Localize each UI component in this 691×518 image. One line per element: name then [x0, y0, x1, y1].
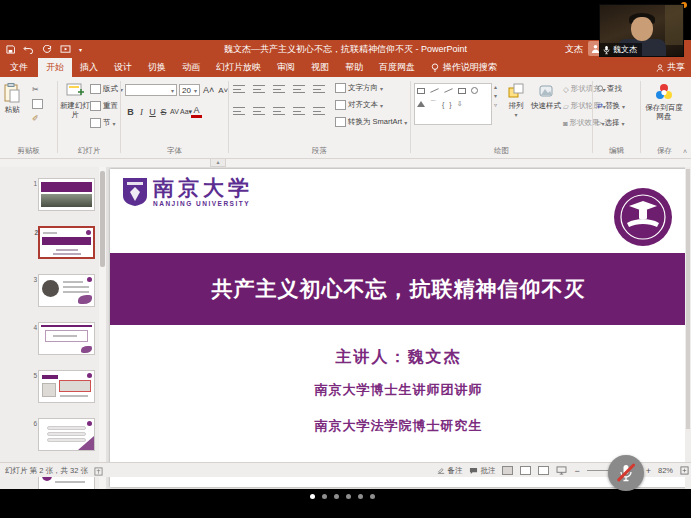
page-dot[interactable]: [358, 494, 363, 499]
align-right-icon[interactable]: [273, 107, 285, 115]
zoom-in-button[interactable]: +: [646, 466, 651, 476]
tab-design[interactable]: 设计: [106, 58, 140, 77]
font-color-icon[interactable]: A: [191, 105, 202, 118]
shape-arrow-down-icon[interactable]: ⇩: [457, 100, 463, 108]
tab-home[interactable]: 开始: [38, 58, 72, 77]
shape-rectangle-icon[interactable]: [458, 88, 466, 94]
line-spacing-icon[interactable]: [313, 85, 325, 93]
shape-brace-right-icon[interactable]: }: [449, 101, 451, 108]
slide-title-banner[interactable]: 共产主义初心不忘，抗联精神信仰不灭: [110, 253, 687, 325]
shape-brace-left-icon[interactable]: {: [442, 101, 444, 108]
columns-icon[interactable]: [313, 107, 325, 115]
floating-mic-muted-button[interactable]: [608, 455, 644, 491]
italic-button[interactable]: I: [136, 107, 147, 117]
account-name[interactable]: 文杰: [565, 43, 583, 56]
slide-thumbnail-panel[interactable]: 1 2 3 4: [0, 167, 99, 489]
page-dot[interactable]: [334, 494, 339, 499]
tell-me-search[interactable]: 操作说明搜索: [423, 58, 505, 77]
fit-to-window-icon[interactable]: [680, 466, 689, 475]
save-to-baidu-pan-button[interactable]: 保存到百度网盘: [645, 83, 683, 121]
speaker-line[interactable]: 主讲人：魏文杰: [110, 347, 687, 368]
tab-view[interactable]: 视图: [303, 58, 337, 77]
page-dot-active[interactable]: [310, 494, 315, 499]
shape-arrow-icon[interactable]: [444, 88, 453, 93]
comments-toggle[interactable]: 批注: [469, 466, 495, 476]
bold-button[interactable]: B: [125, 107, 136, 117]
shape-gallery-scroll[interactable]: ▴▾▿: [494, 83, 497, 108]
scrollbar-thumb[interactable]: [100, 171, 105, 267]
align-center-icon[interactable]: [253, 107, 265, 115]
thumbnail-slide-1[interactable]: 1: [38, 178, 95, 211]
notes-toggle[interactable]: 备注: [437, 466, 462, 476]
shape-line-icon[interactable]: [430, 88, 439, 93]
font-name-combo[interactable]: ▾: [125, 84, 177, 96]
view-slideshow-button[interactable]: [556, 466, 567, 475]
shape-textbox-icon[interactable]: [417, 88, 425, 94]
tab-slideshow[interactable]: 幻灯片放映: [208, 58, 269, 77]
view-reading-button[interactable]: [538, 466, 549, 475]
grow-font-icon[interactable]: A˄: [203, 85, 214, 95]
current-slide-canvas[interactable]: 南京大学 NANJING UNIVERSITY 共产主义初心不忘，抗联精神信仰不…: [110, 169, 687, 487]
page-dot[interactable]: [322, 494, 327, 499]
align-text-button[interactable]: 对齐文本▾: [335, 100, 383, 110]
scrollbar-thumb[interactable]: [686, 169, 690, 429]
page-dot[interactable]: [346, 494, 351, 499]
find-button[interactable]: 查找: [597, 84, 622, 94]
bullets-icon[interactable]: [233, 85, 245, 93]
page-dot[interactable]: [370, 494, 375, 499]
tab-help[interactable]: 帮助: [337, 58, 371, 77]
thumbnail-slide-5[interactable]: 5: [38, 370, 95, 403]
format-painter-icon[interactable]: ✐: [32, 114, 43, 123]
font-size-combo[interactable]: 20▾: [179, 84, 200, 96]
shape-oval-icon[interactable]: [471, 87, 478, 94]
slide-counter[interactable]: 幻灯片 第 2 张，共 32 张: [5, 466, 88, 476]
strikethrough-button[interactable]: S: [158, 107, 169, 117]
select-button[interactable]: ▷ 选择▾: [597, 118, 624, 128]
tab-baidu-pan[interactable]: 百度网盘: [371, 58, 423, 77]
thumbnail-slide-3[interactable]: 3: [38, 274, 95, 307]
convert-smartart-button[interactable]: 转换为 SmartArt▾: [335, 117, 407, 127]
collapse-ribbon-icon[interactable]: ˄: [683, 148, 687, 155]
shape-gallery[interactable]: ⌒ { } ⇩: [414, 83, 492, 125]
tab-file[interactable]: 文件: [0, 58, 38, 77]
ribbon-collapse-tab[interactable]: ▴: [210, 159, 226, 167]
view-slide-sorter-button[interactable]: [520, 466, 531, 475]
layout-button[interactable]: 版式▾: [90, 84, 123, 94]
zoom-out-button[interactable]: −: [574, 466, 579, 476]
increase-indent-icon[interactable]: [293, 85, 305, 93]
char-spacing-icon[interactable]: AV: [169, 108, 180, 115]
thumbnail-slide-2-selected[interactable]: 2: [38, 226, 95, 259]
new-slide-button[interactable]: 新建幻灯片: [60, 83, 90, 119]
thumbnail-scrollbar[interactable]: [99, 167, 106, 489]
tab-insert[interactable]: 插入: [72, 58, 106, 77]
language-icon[interactable]: [94, 467, 103, 476]
tab-transitions[interactable]: 切换: [140, 58, 174, 77]
speaker-title-2[interactable]: 南京大学法学院博士研究生: [110, 417, 687, 435]
change-case-icon[interactable]: Aa▾: [180, 108, 191, 116]
thumbnail-slide-6[interactable]: 6: [38, 418, 95, 451]
thumbnail-slide-4[interactable]: 4: [38, 322, 95, 355]
editor-scrollbar[interactable]: [685, 167, 691, 489]
shrink-font-icon[interactable]: A˅: [218, 86, 228, 95]
decrease-indent-icon[interactable]: [273, 85, 285, 93]
shape-triangle-icon[interactable]: [417, 101, 425, 107]
reset-button[interactable]: 重置: [90, 101, 118, 111]
view-normal-button[interactable]: [502, 466, 513, 475]
justify-icon[interactable]: [293, 107, 305, 115]
zoom-level[interactable]: 82%: [658, 466, 673, 475]
paste-button[interactable]: 粘贴: [4, 83, 20, 114]
numbering-icon[interactable]: [253, 85, 265, 93]
arrange-button[interactable]: 排列▾: [503, 83, 529, 119]
speaker-title-1[interactable]: 南京大学博士生讲师团讲师: [110, 381, 687, 399]
section-button[interactable]: 节▾: [90, 118, 116, 128]
cut-icon[interactable]: ✂: [32, 85, 43, 94]
quick-styles-button[interactable]: 快速样式: [531, 83, 561, 110]
text-direction-button[interactable]: 文字方向▾: [335, 83, 383, 93]
shape-curve-icon[interactable]: ⌒: [430, 99, 437, 109]
underline-button[interactable]: U: [147, 107, 158, 117]
tab-animations[interactable]: 动画: [174, 58, 208, 77]
webcam-video-tile[interactable]: 魏文杰: [599, 4, 684, 57]
align-left-icon[interactable]: [233, 107, 245, 115]
tab-review[interactable]: 审阅: [269, 58, 303, 77]
replace-button[interactable]: ⇄ 替换▾: [597, 101, 625, 111]
